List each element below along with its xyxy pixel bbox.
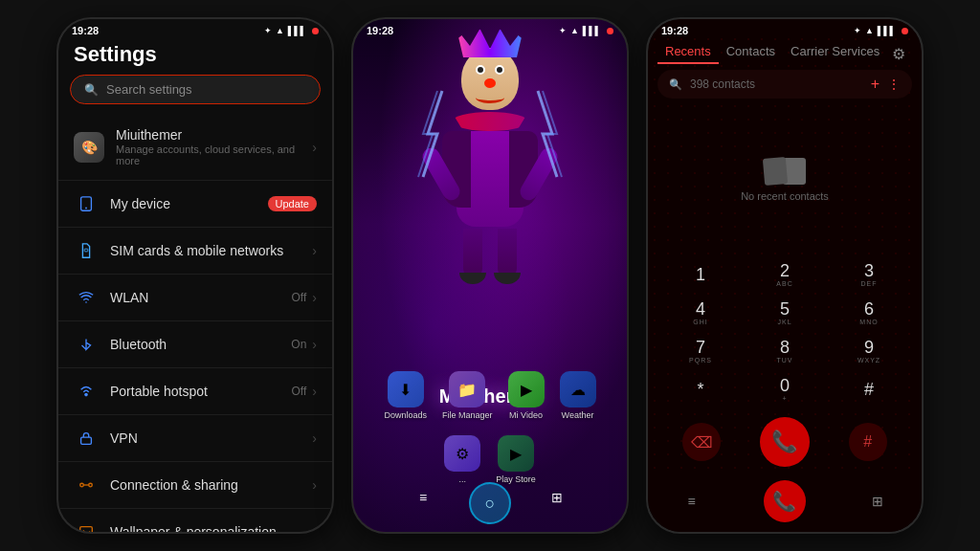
back-nav-icon: ≡ xyxy=(688,494,696,509)
svg-rect-2 xyxy=(84,249,88,252)
dial-num-4: 4 xyxy=(696,300,705,318)
app-other[interactable]: ⚙ ... xyxy=(444,435,480,484)
app-playstore[interactable]: ▶ Play Store xyxy=(496,435,536,484)
settings-item-connection[interactable]: Connection & sharing › xyxy=(58,462,332,509)
dial-num-6: 6 xyxy=(864,300,874,318)
clown-head xyxy=(461,48,519,110)
nav-call-button[interactable]: 📞 xyxy=(764,480,806,522)
back-icon[interactable]: ≡ xyxy=(408,482,438,513)
search-placeholder: Search settings xyxy=(106,82,192,97)
notif-dot-3 xyxy=(902,28,908,34)
status-bar-1: 19:28 ✦ ▲ ▌▌▌ xyxy=(58,19,332,38)
dial-key-0[interactable]: 0+ xyxy=(744,371,826,408)
home-button[interactable]: ○ xyxy=(469,482,511,524)
settings-item-vpn[interactable]: VPN › xyxy=(58,415,332,462)
recent-icon[interactable]: ⊞ xyxy=(542,482,572,513)
no-contacts-label: No recent contacts xyxy=(741,190,829,202)
status-icons-3: ✦ ▲ ▌▌▌ xyxy=(854,26,908,35)
app-filemanager[interactable]: 📁 File Manager xyxy=(442,371,493,420)
app-mivideo[interactable]: ▶ Mi Video xyxy=(508,371,545,420)
dial-num-5: 5 xyxy=(780,300,790,318)
clown-shoe-right xyxy=(494,273,521,284)
mydevice-right: Update xyxy=(268,196,317,211)
dial-num-8: 8 xyxy=(780,339,790,356)
settings-item-wallpaper[interactable]: Wallpaper & personalization › xyxy=(58,509,332,532)
tab-recents[interactable]: Recents xyxy=(657,40,719,64)
search-bar[interactable]: 🔍 Search settings xyxy=(70,75,321,104)
wlan-value: Off xyxy=(292,291,307,304)
call-button[interactable]: 📞 xyxy=(760,417,810,467)
dialer-action-row: ⌫ 📞 # xyxy=(648,411,922,474)
nav-call-icon: 📞 xyxy=(772,490,796,513)
settings-item-simcards[interactable]: SIM cards & mobile networks › xyxy=(58,228,332,275)
dial-letters-7: PQRS xyxy=(689,357,712,364)
update-badge: Update xyxy=(268,196,317,211)
dial-letters-3: DEF xyxy=(861,280,878,287)
dialer-search-bar[interactable]: 🔍 398 contacts + ⋮ xyxy=(657,70,912,99)
simcards-label: SIM cards & mobile networks xyxy=(110,243,301,258)
more-options-icon[interactable]: ⋮ xyxy=(887,77,901,92)
dial-letters-2: ABC xyxy=(776,280,792,287)
dial-key-1[interactable]: 1 xyxy=(659,256,742,293)
settings-gear-icon[interactable]: ⚙ xyxy=(887,42,910,65)
back-nav-button[interactable]: ≡ xyxy=(677,486,707,517)
recent-nav-icon: ⊞ xyxy=(872,494,883,509)
svg-point-1 xyxy=(85,208,87,209)
clown-shoe-left xyxy=(459,273,486,284)
settings-item-wlan[interactable]: WLAN Off › xyxy=(58,275,332,321)
miuithemer-text: Miuithemer Manage accounts, cloud servic… xyxy=(116,127,301,166)
card-icon-1 xyxy=(763,157,788,186)
settings-item-mydevice[interactable]: My device Update xyxy=(58,181,332,228)
clown-legs xyxy=(404,229,576,284)
dial-key-8[interactable]: 8TUV xyxy=(744,333,826,369)
notification-dot xyxy=(312,28,319,34)
simcards-text: SIM cards & mobile networks xyxy=(110,243,301,258)
wlan-text: WLAN xyxy=(110,290,280,305)
playstore-icon: ▶ xyxy=(498,435,534,472)
sim-icon xyxy=(74,238,99,263)
chevron-icon-vpn: › xyxy=(312,430,317,446)
tab-contacts[interactable]: Contacts xyxy=(719,40,783,64)
no-contacts-area: No recent contacts xyxy=(648,106,922,253)
dial-key-9[interactable]: 9WXYZ xyxy=(828,333,910,369)
mydevice-label: My device xyxy=(110,196,256,211)
delete-icon: ⌫ xyxy=(691,433,713,452)
bars-icon-3: ▌▌▌ xyxy=(878,26,896,35)
dial-key-5[interactable]: 5JKL xyxy=(744,295,826,331)
other-icon: ⚙ xyxy=(444,435,480,472)
settings-item-bluetooth[interactable]: Bluetooth On › xyxy=(58,321,332,368)
app-downloads[interactable]: ⬇ Downloads xyxy=(384,371,427,420)
settings-item-miuithemer[interactable]: 🎨 Miuithemer Manage accounts, cloud serv… xyxy=(58,114,332,181)
weather-label: Weather xyxy=(562,410,594,420)
dial-key-6[interactable]: 6MNO xyxy=(828,295,910,331)
dial-key-hash[interactable]: # xyxy=(828,371,910,408)
hotspot-icon xyxy=(74,379,99,404)
dial-key-3[interactable]: 3DEF xyxy=(828,256,910,293)
bluetooth-value: On xyxy=(291,338,306,351)
downloads-icon: ⬇ xyxy=(388,371,424,408)
delete-button[interactable]: ⌫ xyxy=(682,423,721,461)
dial-num-star: * xyxy=(697,381,703,398)
extra-button[interactable]: # xyxy=(849,423,887,461)
mydevice-text: My device xyxy=(110,196,256,211)
dial-letters-4: GHI xyxy=(693,319,707,325)
recent-nav-button[interactable]: ⊞ xyxy=(862,486,893,517)
app-grid: ⬇ Downloads 📁 File Manager ▶ Mi Video ☁ … xyxy=(353,371,627,484)
dial-key-4[interactable]: 4GHI xyxy=(659,295,742,331)
settings-item-hotspot[interactable]: Portable hotspot Off › xyxy=(58,368,332,415)
dial-key-7[interactable]: 7PQRS xyxy=(659,333,742,369)
page-title: Settings xyxy=(58,38,332,75)
clown-eye-right xyxy=(495,65,504,75)
dial-num-hash: # xyxy=(864,381,874,398)
dial-num-9: 9 xyxy=(864,339,874,356)
svg-rect-4 xyxy=(81,437,92,444)
dial-num-1: 1 xyxy=(696,266,705,283)
dial-letters-0: + xyxy=(782,395,787,402)
clown-collar xyxy=(452,112,528,131)
dial-key-star[interactable]: * xyxy=(659,371,742,408)
app-weather[interactable]: ☁ Weather xyxy=(560,371,596,420)
tab-carrier[interactable]: Carrier Services xyxy=(783,40,887,64)
dial-key-2[interactable]: 2ABC xyxy=(744,256,826,293)
mivideo-icon: ▶ xyxy=(508,371,545,408)
add-contact-icon[interactable]: + xyxy=(871,76,880,93)
